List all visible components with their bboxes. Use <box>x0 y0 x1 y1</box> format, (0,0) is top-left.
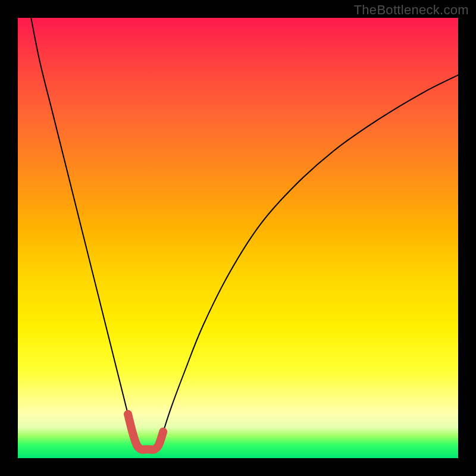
chart-frame: TheBottleneck.com <box>0 0 476 476</box>
curve-svg <box>18 18 458 458</box>
highlight-segment <box>128 414 163 450</box>
plot-area <box>18 18 458 458</box>
bottleneck-curve <box>31 18 458 450</box>
watermark-text: TheBottleneck.com <box>354 2 469 18</box>
